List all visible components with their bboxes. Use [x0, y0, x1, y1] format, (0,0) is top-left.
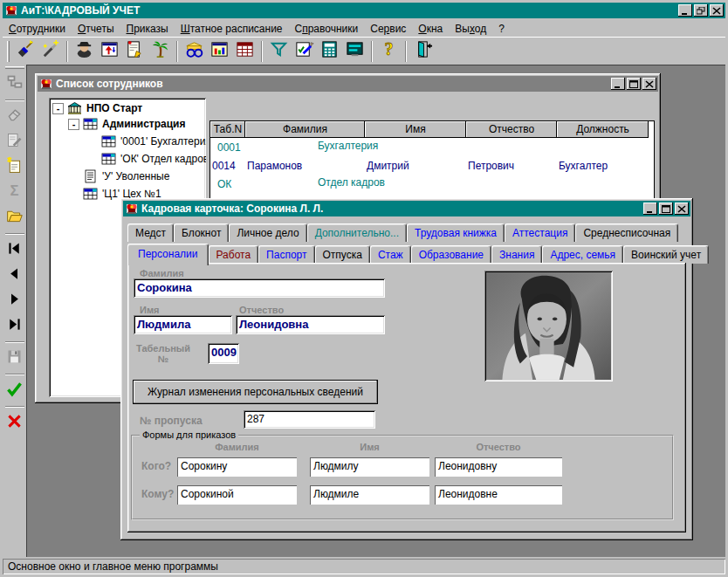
help-button[interactable]: ?	[376, 39, 402, 63]
orders-column-label: Отчество	[435, 442, 562, 452]
reports-window-button[interactable]	[207, 39, 232, 63]
minimize-button[interactable]	[678, 4, 692, 17]
first-record-button[interactable]	[3, 238, 25, 262]
surname-input[interactable]: Сорокина	[134, 278, 385, 298]
tab-active[interactable]: Персоналии	[127, 244, 209, 265]
last-record-button[interactable]	[3, 314, 25, 338]
hierarchy-button[interactable]	[3, 72, 25, 96]
status-text: Основное окно и главное меню программы	[8, 560, 218, 573]
staff-schedule-button[interactable]	[122, 39, 148, 63]
orders-input[interactable]: Сорокиной	[177, 485, 297, 505]
maximize-button[interactable]	[627, 78, 641, 90]
table-row[interactable]: ОКОтдел кадров	[210, 175, 654, 193]
close-button[interactable]	[710, 4, 724, 17]
search-view-button[interactable]	[182, 39, 207, 63]
tab-item[interactable]: Отпуска	[315, 245, 370, 264]
tab-item[interactable]: Личное дело	[229, 223, 306, 242]
table-header-cell[interactable]: Должность	[557, 121, 649, 138]
orders-input[interactable]: Леонидовну	[435, 457, 562, 477]
orders-input[interactable]: Сорокину	[177, 457, 297, 477]
orders-window-button[interactable]	[97, 39, 122, 63]
tab-number-input[interactable]: 0009	[208, 343, 239, 364]
patronymic-input[interactable]: Леонидовна	[236, 315, 385, 334]
table-row[interactable]: 0014ПарамоновДмитрийПетровичБухгалтер	[210, 156, 654, 175]
tab-item[interactable]: Знания	[491, 245, 542, 264]
tab-item[interactable]: Стаж	[370, 245, 411, 264]
tab-item[interactable]: Паспорт	[258, 245, 314, 264]
orders-row-label: Кому?	[141, 488, 174, 500]
menu-item[interactable]: ?	[492, 21, 511, 37]
edit-form-button[interactable]	[292, 39, 317, 63]
table-row[interactable]: 0001Бухгалтерия	[210, 138, 654, 156]
tab-item[interactable]: Дополнительно...	[307, 223, 407, 242]
query-wizard-button[interactable]	[38, 39, 63, 63]
main-title-bar[interactable]: АиТ:\КАДРОВЫЙ УЧЕТ	[3, 3, 725, 18]
orders-input[interactable]: Людмиле	[310, 485, 429, 505]
save-button[interactable]	[3, 347, 25, 370]
card-tabs-primary: ПерсоналииРаботаПаспортОтпускаСтажОбразо…	[127, 243, 709, 264]
close-button[interactable]	[642, 78, 656, 90]
tab-item[interactable]: Аттестация	[505, 223, 575, 242]
new-note-button[interactable]	[3, 155, 25, 179]
menu-item[interactable]: Выход	[449, 21, 492, 37]
table-grid-button[interactable]	[232, 39, 258, 63]
first-name-input[interactable]: Людмила	[134, 315, 232, 334]
vacation-palm-button[interactable]	[148, 39, 173, 63]
menu-item[interactable]: Отчеты	[72, 21, 120, 37]
menu-item[interactable]: Штатное расписание	[175, 21, 289, 37]
minimize-button[interactable]	[611, 78, 625, 90]
prev-record-button[interactable]	[3, 264, 25, 287]
confirm-button[interactable]	[3, 379, 25, 402]
tab-item[interactable]: Образование	[411, 245, 491, 264]
table-header-cell[interactable]: Фамилия	[245, 121, 365, 138]
menu-item[interactable]: Окна	[412, 21, 449, 37]
menu-item[interactable]: Сервис	[364, 21, 412, 37]
employee-button[interactable]	[72, 39, 97, 63]
tab-item[interactable]: Среднесписочная	[575, 223, 678, 242]
toolbar-grip[interactable]	[7, 41, 10, 62]
menu-item[interactable]: Справочники	[289, 21, 365, 37]
close-button[interactable]	[675, 203, 689, 215]
tree-item[interactable]: 'У' Уволенные	[49, 168, 206, 185]
menu-item[interactable]: Приказы	[120, 21, 175, 37]
cancel-button[interactable]	[3, 411, 25, 435]
table-header-cell[interactable]: Отчество	[466, 121, 557, 138]
calculator-button[interactable]	[317, 39, 342, 63]
report-wizard-button[interactable]	[12, 39, 38, 63]
tree-item[interactable]: '0001' Бухгалтерия	[49, 133, 206, 150]
tab-item[interactable]: Трудовая книжка	[407, 223, 505, 242]
table-header-cell[interactable]: Таб.N	[210, 121, 245, 138]
open-folder-icon	[5, 207, 24, 229]
restore-button[interactable]	[694, 4, 708, 17]
exit-button[interactable]	[410, 39, 436, 63]
table-header-cell[interactable]: Имя	[365, 121, 466, 138]
sum-sigma-button[interactable]: Σ	[3, 181, 25, 204]
tree-item[interactable]: -Администрация	[49, 115, 206, 133]
filter-funnel-button[interactable]	[266, 39, 292, 63]
tree-expander-icon[interactable]: -	[52, 103, 64, 114]
orders-input[interactable]: Людмилу	[310, 457, 429, 477]
personnel-card-title-bar[interactable]: Кадровая карточка: Сорокина Л. Л.	[123, 201, 690, 216]
maximize-button[interactable]	[659, 203, 673, 215]
tree-item[interactable]: -НПО Старт	[49, 98, 206, 115]
tab-item[interactable]: Блокнот	[174, 223, 229, 242]
tab-item[interactable]: Воинский учет	[623, 245, 709, 264]
menu-item[interactable]: Сотрудники	[3, 21, 72, 37]
screen-button[interactable]	[342, 39, 367, 63]
tree-item[interactable]: 'ОК' Отдел кадров	[49, 150, 206, 168]
employee-list-title-bar[interactable]: Список сотрудников	[38, 76, 658, 92]
app-icon	[39, 77, 53, 91]
edit-note-button[interactable]	[3, 130, 25, 154]
orders-input[interactable]: Леонидовне	[435, 485, 562, 505]
tab-item[interactable]: Адрес, семья	[542, 245, 623, 264]
pass-number-input[interactable]: 287	[244, 410, 375, 429]
journal-button[interactable]: Журнал изменения персональных сведений	[133, 380, 378, 404]
tab-item[interactable]: Работа	[209, 245, 259, 264]
side-toolbar-grip[interactable]	[5, 66, 24, 69]
tab-item[interactable]: Медст	[127, 223, 174, 242]
next-record-button[interactable]	[3, 289, 25, 313]
tree-expander-icon[interactable]: -	[68, 119, 79, 130]
open-folder-button[interactable]	[3, 206, 25, 230]
eraser-button[interactable]	[3, 105, 25, 128]
minimize-button[interactable]	[643, 203, 657, 215]
